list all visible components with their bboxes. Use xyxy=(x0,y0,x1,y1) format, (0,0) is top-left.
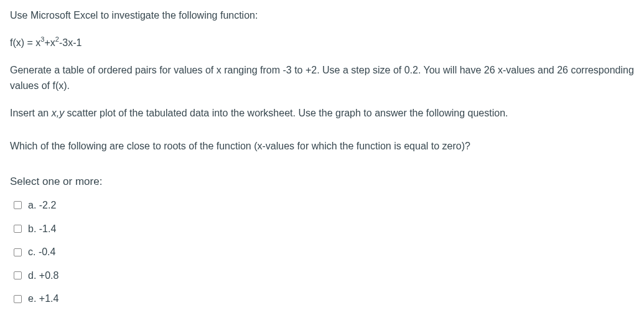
plot-suffix: scatter plot of the tabulated data into … xyxy=(64,108,508,118)
options-list: a. -2.2 b. -1.4 c. -0.4 d. +0.8 e. +1.4 xyxy=(10,195,634,312)
intro-paragraph: Use Microsoft Excel to investigate the f… xyxy=(10,7,634,24)
option-label: c. -0.4 xyxy=(28,244,55,260)
formula-exp2: 2 xyxy=(55,35,59,43)
option-a[interactable]: a. -2.2 xyxy=(10,195,634,216)
table-instruction-paragraph: Generate a table of ordered pairs for va… xyxy=(10,62,634,94)
option-e[interactable]: e. +1.4 xyxy=(10,288,634,309)
option-d[interactable]: d. +0.8 xyxy=(10,265,634,286)
plot-italic: x,y xyxy=(52,108,64,118)
formula-lhs: f(x) = x xyxy=(10,37,40,48)
select-prompt: Select one or more: xyxy=(10,173,634,190)
option-label: e. +1.4 xyxy=(28,291,58,307)
option-c[interactable]: c. -0.4 xyxy=(10,242,634,263)
checkbox-icon[interactable] xyxy=(14,201,22,209)
plot-prefix: Insert an xyxy=(10,108,52,118)
plot-instruction-paragraph: Insert an x,y scatter plot of the tabula… xyxy=(10,105,634,121)
option-label: d. +0.8 xyxy=(28,268,58,284)
formula-exp1: 3 xyxy=(40,35,44,43)
checkbox-icon[interactable] xyxy=(14,271,22,279)
checkbox-icon[interactable] xyxy=(14,295,22,303)
formula-rhs: -3x-1 xyxy=(59,37,82,48)
checkbox-icon[interactable] xyxy=(14,248,22,256)
formula-mid1: +x xyxy=(44,37,55,48)
function-formula: f(x) = x3+x2-3x-1 xyxy=(10,35,634,51)
checkbox-icon[interactable] xyxy=(14,225,22,233)
option-label: b. -1.4 xyxy=(28,221,56,237)
option-label: a. -2.2 xyxy=(28,197,56,213)
option-b[interactable]: b. -1.4 xyxy=(10,218,634,240)
question-paragraph: Which of the following are close to root… xyxy=(10,138,634,154)
